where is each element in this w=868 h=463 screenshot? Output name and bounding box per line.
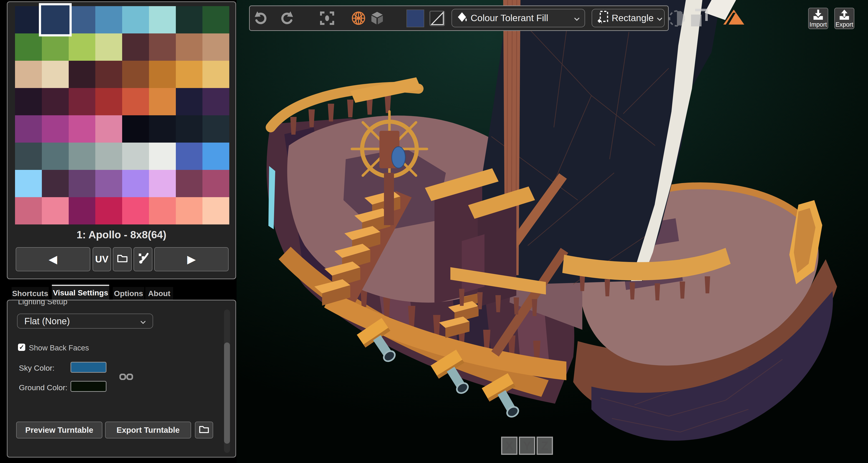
palette-swatch[interactable] (176, 88, 203, 115)
palette-swatch[interactable] (176, 61, 203, 88)
palette-swatch[interactable] (149, 170, 176, 197)
redo-button[interactable] (280, 11, 294, 26)
palette-swatch[interactable] (69, 33, 96, 61)
palette-prev-button[interactable]: ◀ (16, 247, 90, 271)
tab-options[interactable]: Options (113, 287, 144, 300)
palette-swatch[interactable] (15, 115, 42, 143)
palette-swatch[interactable] (149, 197, 176, 224)
link-colors-icon[interactable] (119, 374, 133, 380)
palette-swatch[interactable] (95, 197, 122, 224)
fill-mode-dropdown[interactable]: Colour Tolerant Fill (452, 9, 585, 27)
palette-swatch[interactable] (95, 61, 122, 88)
tab-visual-settings[interactable]: Visual Settings (52, 285, 109, 300)
palette-swatch[interactable] (122, 170, 149, 197)
palette-swatch[interactable] (15, 61, 42, 88)
palette-swatch[interactable] (203, 143, 229, 170)
palette-swatch[interactable] (42, 61, 69, 88)
palette-swatch[interactable] (69, 143, 96, 170)
palette-swatch[interactable] (176, 6, 203, 33)
palette-swatch[interactable] (41, 5, 69, 34)
palette-swatch[interactable] (15, 197, 42, 224)
palette-swatch[interactable] (69, 115, 96, 143)
palette-swatch[interactable] (95, 88, 122, 115)
palette-swatch[interactable] (95, 115, 122, 143)
palette-swatch[interactable] (176, 197, 203, 224)
palette-swatch[interactable] (69, 61, 96, 88)
palette-swatch[interactable] (69, 197, 96, 224)
lighting-select[interactable]: Flat (None) (17, 314, 153, 329)
palette-swatch[interactable] (95, 33, 122, 61)
undo-button[interactable] (253, 11, 268, 26)
palette-swatch[interactable] (149, 115, 176, 143)
preview-turntable-button[interactable]: Preview Turntable (16, 422, 102, 438)
line-tool-icon[interactable] (429, 9, 445, 27)
palette-swatch[interactable] (42, 115, 69, 143)
ground-color-swatch[interactable] (70, 381, 106, 392)
tab-shortcuts[interactable]: Shortcuts (11, 287, 49, 300)
axis-z-button[interactable]: Z (536, 437, 553, 455)
cube-view-button[interactable] (370, 11, 384, 26)
palette-swatch[interactable] (69, 6, 96, 33)
triangle-tool-icon[interactable] (723, 9, 745, 25)
shape-mode-dropdown[interactable]: Rectangle (592, 9, 665, 27)
palette-swatch[interactable] (122, 88, 149, 115)
palette-swatch[interactable] (149, 33, 176, 61)
export-turntable-button[interactable]: Export Turntable (105, 422, 191, 438)
palette-swatch[interactable] (149, 88, 176, 115)
palette-swatch[interactable] (203, 197, 229, 224)
palette-swatch[interactable] (203, 61, 229, 88)
palette-next-button[interactable]: ▶ (154, 247, 228, 271)
palette-swatch[interactable] (176, 170, 203, 197)
palette-swatch[interactable] (122, 33, 149, 61)
palette-swatch[interactable] (149, 143, 176, 170)
back-faces-checkbox[interactable]: ✓ (18, 344, 25, 351)
palette-swatch[interactable] (176, 143, 203, 170)
copy-frames-icon[interactable] (688, 8, 709, 29)
palette-swatch[interactable] (122, 61, 149, 88)
palette-swatch[interactable] (15, 33, 42, 61)
mirror-toggle-icon[interactable] (668, 8, 686, 28)
export-button[interactable]: Export (834, 8, 854, 29)
import-button[interactable]: Import (808, 8, 828, 29)
palette-swatch[interactable] (176, 33, 203, 61)
settings-scrollbar-thumb[interactable] (224, 342, 230, 444)
viewport-3d[interactable] (237, 0, 868, 463)
axis-x-button[interactable]: X (501, 437, 518, 455)
palette-swatch[interactable] (42, 143, 69, 170)
uv-button[interactable]: UV (93, 247, 111, 271)
sky-color-swatch[interactable] (70, 362, 106, 373)
palette-swatch[interactable] (69, 88, 96, 115)
frame-focus-button[interactable] (320, 11, 334, 26)
palette-swatch[interactable] (203, 88, 229, 115)
tab-about[interactable]: About (145, 287, 173, 300)
palette-swatch[interactable] (122, 197, 149, 224)
palette-swatch[interactable] (203, 115, 229, 143)
palette-swatch[interactable] (122, 143, 149, 170)
palette-swatch[interactable] (42, 88, 69, 115)
turntable-folder-button[interactable] (195, 422, 213, 438)
palette-swatch[interactable] (149, 6, 176, 33)
palette-swatch[interactable] (95, 143, 122, 170)
palette-swatch[interactable] (95, 6, 122, 33)
palette-swatch[interactable] (42, 33, 69, 61)
palette-swatch[interactable] (69, 170, 96, 197)
palette-swatch[interactable] (42, 170, 69, 197)
current-color-swatch[interactable] (406, 9, 424, 27)
palette-swatch[interactable] (15, 143, 42, 170)
palette-swatch[interactable] (42, 197, 69, 224)
palette-open-button[interactable] (113, 247, 132, 271)
palette-swatch[interactable] (203, 170, 229, 197)
palette-swatch[interactable] (15, 88, 42, 115)
palette-swatch[interactable] (203, 6, 229, 33)
settings-scrollbar-track[interactable] (224, 309, 230, 453)
palette-swatch[interactable] (176, 115, 203, 143)
wireframe-toggle-button[interactable] (351, 11, 366, 26)
palette-swatch[interactable] (149, 61, 176, 88)
palette-swatch[interactable] (122, 6, 149, 33)
palette-swatch[interactable] (122, 115, 149, 143)
palette-swatch[interactable] (203, 33, 229, 61)
palette-swatch[interactable] (15, 6, 42, 33)
axis-y-button[interactable]: Y (519, 437, 535, 455)
palette-swatch[interactable] (15, 170, 42, 197)
palette-swatch[interactable] (95, 170, 122, 197)
